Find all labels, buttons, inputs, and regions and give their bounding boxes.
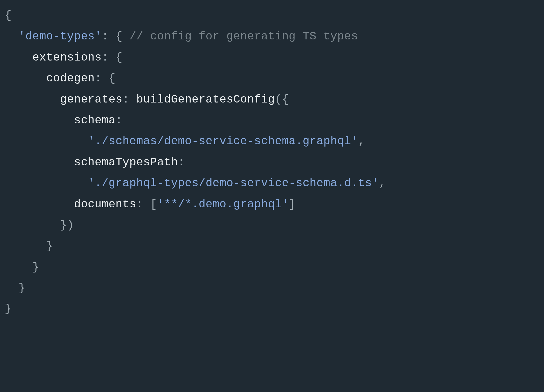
code-token: :	[95, 72, 102, 85]
code-token: generates	[60, 93, 122, 106]
code-token: {	[115, 30, 122, 43]
code-token: :	[178, 156, 185, 169]
code-token: }	[5, 302, 12, 315]
code-token	[122, 30, 129, 43]
code-token: 'demo-types'	[19, 30, 102, 43]
code-token: {	[5, 9, 12, 22]
code-token	[102, 72, 109, 85]
code-block: { 'demo-types': { // config for generati…	[0, 0, 544, 325]
code-token: :	[136, 198, 143, 211]
code-token: './graphql-types/demo-service-schema.d.t…	[88, 177, 379, 190]
code-token: ,	[358, 135, 365, 148]
code-token: '**/*.demo.graphql'	[157, 198, 289, 211]
code-token: }	[19, 282, 26, 294]
code-token: :	[115, 114, 122, 127]
code-token: {	[109, 72, 116, 85]
code-token: :	[122, 93, 129, 106]
code-token: })	[60, 219, 74, 232]
code-token: schema	[74, 114, 115, 127]
code-token: }	[32, 261, 39, 274]
code-token	[129, 93, 136, 106]
code-token: documents	[74, 198, 136, 211]
code-token: ({	[275, 93, 289, 106]
code-token: :	[102, 30, 109, 43]
code-token: ]	[289, 198, 296, 211]
code-token: ,	[379, 177, 386, 190]
code-token	[143, 198, 150, 211]
code-token: {	[115, 51, 122, 64]
code-token: buildGeneratesConfig	[136, 93, 275, 106]
code-token: codegen	[46, 72, 95, 85]
code-token: // config for generating TS types	[129, 30, 358, 43]
code-token: }	[46, 240, 53, 252]
code-token	[109, 30, 116, 43]
code-token: [	[150, 198, 157, 211]
code-token: schemaTypesPath	[74, 156, 178, 169]
code-token	[109, 51, 116, 64]
code-token: :	[102, 51, 109, 64]
code-token: './schemas/demo-service-schema.graphql'	[88, 135, 358, 148]
code-token: extensions	[32, 51, 102, 64]
